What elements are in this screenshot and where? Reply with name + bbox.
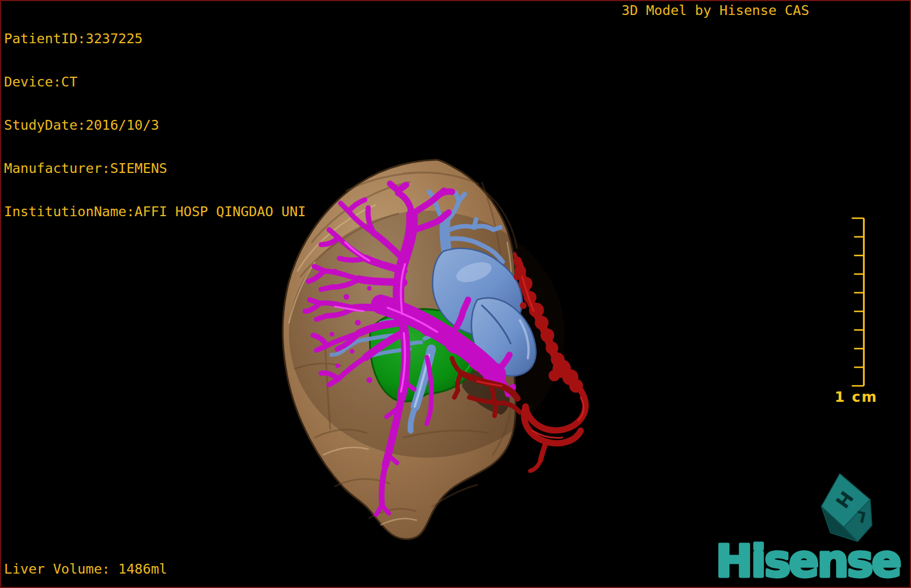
patient-info-block: PatientID:3237225 Device:CT StudyDate:20… — [4, 3, 306, 248]
patient-id: PatientID:3237225 — [4, 32, 306, 46]
scale-bar: 1 cm — [834, 218, 878, 406]
application-window: 1 cm H L Hisense PatientID:3237225 Devic… — [0, 0, 911, 588]
scale-bar-ticks — [852, 218, 864, 386]
liver-volume-readout: Liver Volume: 1486ml — [4, 562, 167, 576]
device: Device:CT — [4, 75, 306, 89]
viewer-title: 3D Model by Hisense CAS — [622, 3, 809, 18]
institution-name: InstitutionName:AFFI HOSP QINGDAO UNI — [4, 205, 306, 219]
hisense-logo: Hisense — [716, 536, 899, 587]
manufacturer: Manufacturer:SIEMENS — [4, 161, 306, 176]
scale-bar-label: 1 cm — [834, 389, 878, 405]
study-date: StudyDate:2016/10/3 — [4, 118, 306, 133]
orientation-cube[interactable]: H L — [822, 474, 872, 542]
